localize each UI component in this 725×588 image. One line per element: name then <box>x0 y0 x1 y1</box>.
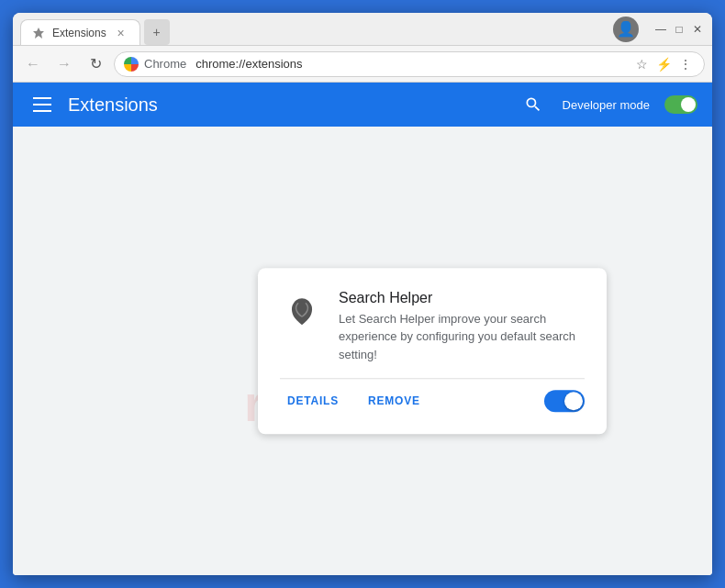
tab-label: Extensions <box>52 27 106 39</box>
extensions-header: Extensions Developer mode <box>13 83 712 127</box>
hamburger-menu[interactable] <box>28 90 57 119</box>
tab-close-button[interactable]: × <box>114 26 128 40</box>
forward-button[interactable]: → <box>51 51 77 77</box>
browser-toolbar: ← → ↻ Chrome chrome://extensions ☆ ⚡ ⋮ <box>13 46 712 83</box>
svg-marker-0 <box>33 28 44 39</box>
developer-mode-toggle[interactable] <box>664 95 697 114</box>
extension-card: Search Helper Let Search Helper improve … <box>258 268 607 435</box>
card-actions: DETAILS REMOVE <box>280 378 585 412</box>
card-header: Search Helper Let Search Helper improve … <box>280 290 585 364</box>
menu-icon[interactable]: ⋮ <box>676 55 695 73</box>
address-icons: ☆ ⚡ ⋮ <box>632 55 695 73</box>
browser-window: Extensions × + 👤 — □ ✕ ← → ↻ Chrome chro… <box>13 13 712 575</box>
hamburger-line <box>33 97 51 99</box>
new-tab-button[interactable]: + <box>144 19 170 45</box>
minimize-button[interactable]: — <box>653 22 668 37</box>
extension-logo <box>280 290 324 334</box>
profile-icon[interactable]: 👤 <box>613 17 639 42</box>
site-security-icon <box>124 57 139 72</box>
extensions-content: 🔍 risk.com Search Helper Let Search Help… <box>13 127 712 575</box>
header-right: Developer mode <box>519 90 697 119</box>
title-bar: Extensions × + 👤 — □ ✕ <box>13 13 712 46</box>
page-title: Extensions <box>68 94 158 116</box>
back-button[interactable]: ← <box>20 51 46 77</box>
card-info: Search Helper Let Search Helper improve … <box>339 290 585 364</box>
maximize-button[interactable]: □ <box>672 22 686 37</box>
close-window-button[interactable]: ✕ <box>690 22 705 37</box>
remove-button[interactable]: REMOVE <box>361 391 428 411</box>
address-bar[interactable]: Chrome chrome://extensions ☆ ⚡ ⋮ <box>114 51 705 77</box>
bookmark-icon[interactable]: ☆ <box>632 55 651 73</box>
site-name: Chrome <box>144 57 186 71</box>
active-tab[interactable]: Extensions × <box>20 19 140 45</box>
tab-favicon <box>32 27 45 39</box>
details-button[interactable]: DETAILS <box>280 391 346 411</box>
extension-name: Search Helper <box>339 290 585 306</box>
dev-mode-label: Developer mode <box>563 98 650 112</box>
hamburger-line <box>33 110 51 112</box>
search-button[interactable] <box>519 90 548 119</box>
window-controls: — □ ✕ <box>653 22 705 37</box>
reload-button[interactable]: ↻ <box>83 51 108 77</box>
extension-toggle[interactable] <box>544 390 585 412</box>
tab-area: Extensions × + <box>20 13 613 45</box>
extensions-icon[interactable]: ⚡ <box>654 55 673 73</box>
url-text: chrome://extensions <box>195 57 302 71</box>
extension-description: Let Search Helper improve your search ex… <box>339 310 585 364</box>
hamburger-line <box>33 104 51 105</box>
